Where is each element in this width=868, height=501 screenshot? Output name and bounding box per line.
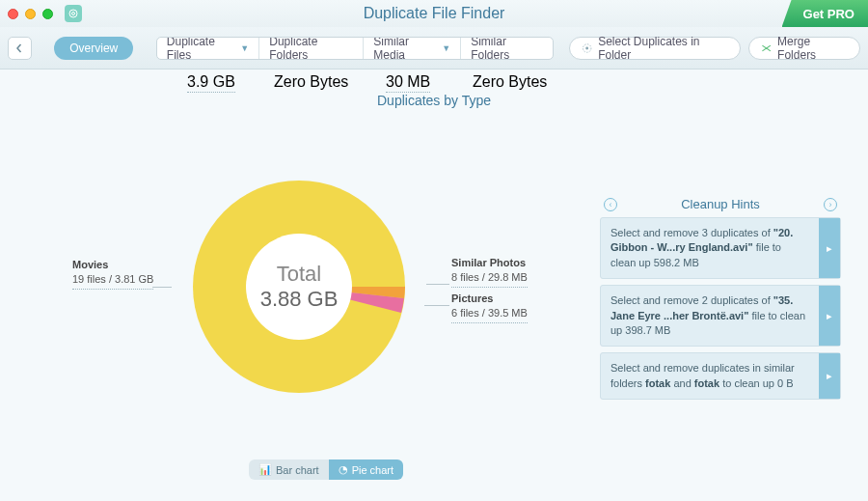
content-area: Duplicates by Type Total 3.88 GB Movies …: [0, 70, 868, 501]
category-movies: Movies 19 files / 3.81 GB: [72, 258, 153, 290]
hint-go-button[interactable]: ▸: [819, 353, 840, 399]
category-pictures: Pictures 6 files / 39.5 MB: [451, 292, 528, 323]
hints-next-button[interactable]: ›: [824, 198, 837, 211]
tab-similar-folders[interactable]: Similar Folders: [461, 38, 553, 59]
hint-item-2: Select and remove 2 duplicates of "35. J…: [600, 285, 841, 347]
bar-chart-toggle[interactable]: 📊Bar chart: [249, 459, 329, 480]
target-icon: [582, 42, 592, 54]
minimize-window-button[interactable]: [25, 9, 36, 19]
merge-icon: [761, 42, 772, 54]
chevron-down-icon: ▼: [240, 43, 249, 53]
toolbar: Overview Duplicate Files▼ Duplicate Fold…: [0, 27, 868, 70]
category-similar-photos: Similar Photos 8 files / 29.8 MB: [451, 256, 528, 288]
hints-title: Cleanup Hints: [681, 197, 760, 211]
chart-type-toggle: 📊Bar chart ◔Pie chart: [249, 459, 403, 480]
select-duplicates-in-folder-button[interactable]: Select Duplicates in Folder: [569, 37, 741, 60]
chevron-down-icon: ▼: [442, 43, 450, 53]
bar-chart-icon: 📊: [258, 463, 272, 476]
back-button[interactable]: [8, 37, 32, 60]
svg-point-3: [585, 46, 588, 49]
donut-chart: Total 3.88 GB: [169, 156, 429, 417]
svg-point-1: [72, 13, 75, 15]
window-controls: [8, 9, 53, 19]
tab-duplicate-files[interactable]: Duplicate Files▼: [157, 38, 259, 59]
hints-prev-button[interactable]: ‹: [604, 198, 617, 211]
tab-duplicate-folders[interactable]: Duplicate Folders: [259, 38, 364, 59]
total-label: Total: [260, 262, 339, 287]
cleanup-hints-panel: ‹ Cleanup Hints › Select and remove 3 du…: [600, 197, 841, 405]
hint-item-1: Select and remove 3 duplicates of "20. G…: [600, 217, 841, 279]
pie-chart-toggle[interactable]: ◔Pie chart: [329, 459, 403, 480]
get-pro-button[interactable]: Get PRO: [782, 0, 868, 27]
overview-button[interactable]: Overview: [54, 37, 133, 60]
close-window-button[interactable]: [8, 9, 18, 19]
donut-center: Total 3.88 GB: [260, 262, 339, 312]
hint-go-button[interactable]: ▸: [819, 218, 840, 278]
pie-chart-icon: ◔: [339, 463, 348, 476]
total-value: 3.88 GB: [260, 287, 339, 312]
zoom-window-button[interactable]: [42, 9, 53, 19]
merge-folders-button[interactable]: Merge Folders: [748, 37, 860, 60]
hint-item-3: Select and remove duplicates in similar …: [600, 352, 841, 400]
svg-point-0: [69, 10, 77, 17]
chart-title: Duplicates by Type: [0, 93, 868, 108]
hint-go-button[interactable]: ▸: [819, 286, 840, 346]
category-tabs: Duplicate Files▼ Duplicate Folders Simil…: [156, 37, 554, 60]
tab-similar-media[interactable]: Similar Media▼: [364, 38, 461, 59]
titlebar: Duplicate File Finder Get PRO: [0, 0, 868, 27]
app-icon: [65, 5, 82, 22]
app-title: Duplicate File Finder: [364, 5, 505, 22]
